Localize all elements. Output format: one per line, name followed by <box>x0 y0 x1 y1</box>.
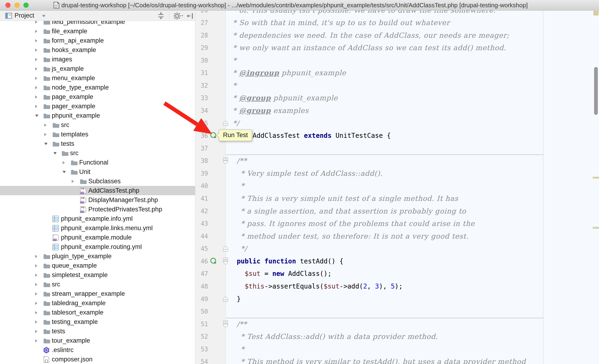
code-segment-ind <box>229 10 233 14</box>
expand-arrow-icon[interactable] <box>35 49 37 52</box>
tree-item-simpletest-example[interactable]: simpletest_example <box>0 270 195 280</box>
folder-icon <box>43 309 50 316</box>
expand-arrow-icon[interactable] <box>35 264 37 267</box>
tree-item-testing-example[interactable]: testing_example <box>0 317 195 327</box>
phpmod-file-icon: php <box>52 234 60 241</box>
tree-item-phpunit-example-module[interactable]: phpphpunit_example.module <box>0 233 195 242</box>
tree-item-unit[interactable]: Unit <box>0 167 195 177</box>
error-stripe-mark[interactable] <box>593 227 599 229</box>
fold-marker-icon[interactable] <box>223 320 228 329</box>
code-text: $sut = new AddClass(); <box>229 267 332 280</box>
tree-item-label: src <box>61 120 69 130</box>
fold-marker-icon[interactable] <box>223 157 228 166</box>
expand-arrow-icon[interactable] <box>35 58 37 61</box>
tree-item-node-type-example[interactable]: node_type_example <box>0 83 195 92</box>
tree-item-subclasses[interactable]: Subclasses <box>0 177 195 186</box>
expand-arrow-icon[interactable] <box>35 330 37 333</box>
code-text: $this->assertEquals($sut->add(2, 3), 5); <box>229 280 403 293</box>
tree-item-images[interactable]: images <box>0 55 195 64</box>
expand-arrow-icon[interactable] <box>35 339 37 342</box>
fold-marker-icon[interactable] <box>223 246 228 252</box>
expand-arrow-icon[interactable] <box>35 86 37 89</box>
tree-item-tests[interactable]: tests <box>0 327 195 336</box>
run-test-icon[interactable] <box>210 257 218 266</box>
code-segment-ind <box>229 295 237 303</box>
expand-arrow-icon[interactable] <box>35 39 37 42</box>
expand-arrow-icon[interactable] <box>62 161 65 164</box>
collapse-arrow-icon[interactable] <box>62 171 66 173</box>
tree-item-file-example[interactable]: file_example <box>0 27 195 36</box>
fold-marker-icon[interactable] <box>223 120 228 127</box>
analysis-status-indicator[interactable] <box>593 11 599 16</box>
hide-panel-button[interactable] <box>186 12 194 20</box>
expand-arrow-icon[interactable] <box>35 30 37 33</box>
expand-arrow-icon[interactable] <box>35 67 37 71</box>
tree-item-tabledrag-example[interactable]: tabledrag_example <box>0 298 195 308</box>
tree-item-src[interactable]: src <box>0 148 195 158</box>
expand-arrow-icon[interactable] <box>44 124 47 127</box>
tree-item-protectedprivatestest-php[interactable]: phpProtectedPrivatesTest.php <box>0 205 195 214</box>
json-file-icon: {} <box>43 356 50 363</box>
code-segment-cmt: * This is a very simple unit test of a s… <box>241 194 458 203</box>
tree-item-functional[interactable]: Functional <box>0 158 195 167</box>
tree-item-tests[interactable]: tests <box>0 139 195 148</box>
line-number: 38 <box>195 154 208 167</box>
tree-item-js-example[interactable]: js_example <box>0 64 195 73</box>
expand-arrow-icon[interactable] <box>35 302 37 305</box>
expand-arrow-icon[interactable] <box>35 292 37 296</box>
chevron-down-icon[interactable] <box>42 15 45 17</box>
tree-item-form-api-example[interactable]: form_api_example <box>0 36 195 45</box>
expand-arrow-icon[interactable] <box>35 105 37 108</box>
project-panel-title[interactable]: Project <box>15 10 34 21</box>
collapse-arrow-icon[interactable] <box>35 115 38 117</box>
tree-item-addclasstest-php[interactable]: phpAddClassTest.php <box>0 186 195 195</box>
tree-item-label: .eslintrc <box>52 345 74 355</box>
tree-item--eslintrc[interactable]: .eslintrc <box>0 345 195 355</box>
tree-item-label: phpunit_example.links.menu.yml <box>61 223 153 233</box>
tree-item-field-permission-example[interactable]: field_permission_example <box>0 21 195 27</box>
yml-file-icon <box>52 224 60 232</box>
tree-item-label: js_example <box>52 64 84 73</box>
tree-item-phpunit-example-routing-yml[interactable]: phpunit_example.routing.yml <box>0 242 195 251</box>
tree-item-src[interactable]: src <box>0 280 195 289</box>
expand-arrow-icon[interactable] <box>35 95 37 99</box>
tree-item-stream-wrapper-example[interactable]: stream_wrapper_example <box>0 289 195 298</box>
tree-item-phpunit-example-links-menu-yml[interactable]: phpunit_example.links.menu.yml <box>0 223 195 233</box>
tree-item-displaymanagertest-php[interactable]: phpDisplayManagerTest.php <box>0 195 195 205</box>
code-segment-cmt: * Very simple test of AddClass::add(). <box>241 169 383 178</box>
folder-icon <box>61 150 69 157</box>
line-number: 53 <box>195 343 208 355</box>
tree-item-tablesort-example[interactable]: tablesort_example <box>0 308 195 317</box>
code-segment-cmt: * a single assertion, and that assertion… <box>241 207 466 215</box>
close-button[interactable] <box>5 3 10 8</box>
zoom-button[interactable] <box>23 3 29 8</box>
collapse-all-button[interactable] <box>157 12 165 19</box>
expand-arrow-icon[interactable] <box>44 133 47 136</box>
tree-item-hooks-example[interactable]: hooks_example <box>0 45 195 55</box>
tree-item-tour-example[interactable]: tour_example <box>0 336 195 345</box>
expand-arrow-icon[interactable] <box>35 77 37 80</box>
tree-item-menu-example[interactable]: menu_example <box>0 73 195 83</box>
folder-icon <box>43 21 50 26</box>
expand-arrow-icon[interactable] <box>35 311 37 314</box>
code-segment-ind <box>229 232 241 240</box>
expand-arrow-icon[interactable] <box>35 21 37 24</box>
collapse-arrow-icon[interactable] <box>53 152 57 154</box>
expand-arrow-icon[interactable] <box>35 255 37 258</box>
editor-scrollbar[interactable] <box>594 67 598 115</box>
expand-arrow-icon[interactable] <box>35 274 37 277</box>
error-stripe-mark[interactable] <box>593 177 599 179</box>
tree-item-label: phpunit_example.info.yml <box>61 214 132 223</box>
settings-gear-button[interactable] <box>173 12 184 20</box>
minimize-button[interactable] <box>15 3 20 8</box>
tree-item-plugin-type-example[interactable]: plugin_type_example <box>0 251 195 261</box>
tree-item-queue-example[interactable]: queue_example <box>0 261 195 270</box>
expand-arrow-icon[interactable] <box>72 180 74 183</box>
tree-item-phpunit-example-info-yml[interactable]: phpunit_example.info.yml <box>0 214 195 223</box>
expand-arrow-icon[interactable] <box>35 283 37 286</box>
fold-marker-icon[interactable] <box>223 257 228 266</box>
collapse-arrow-icon[interactable] <box>44 143 48 145</box>
expand-arrow-icon[interactable] <box>35 320 37 324</box>
fold-marker-icon[interactable] <box>223 296 228 303</box>
tree-item-composer-json[interactable]: {}composer.json <box>0 355 195 364</box>
